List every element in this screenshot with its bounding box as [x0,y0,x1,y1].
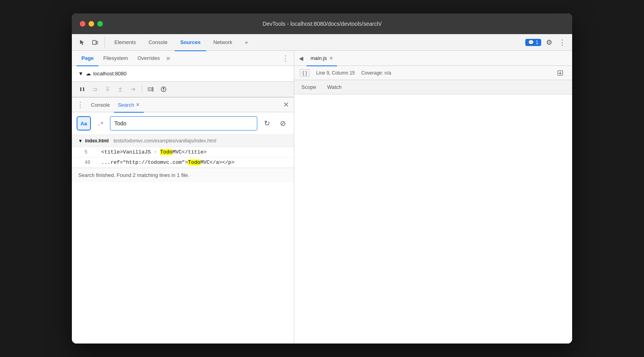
result-line-suffix-1: MVC</title> [172,149,206,155]
coverage-label: Coverage: n/a [361,70,391,76]
step-button[interactable] [127,84,139,95]
step-into-button[interactable] [102,84,113,95]
maximize-button[interactable] [97,21,103,27]
deactivate-breakpoints-button[interactable] [145,84,156,95]
tab-more[interactable]: » [239,35,253,51]
traffic-lights [80,21,103,27]
devtools-panel: Elements Console Sources Network » 💬 [72,34,572,344]
settings-icon[interactable]: ⚙ [544,36,554,48]
cloud-icon: ☁ [86,71,91,77]
pause-button[interactable] [77,84,88,95]
close-button[interactable] [80,21,85,27]
file-tree: ▼ ☁ localhost:8080 [72,66,294,81]
host-label: localhost:8080 [93,71,127,77]
svg-rect-3 [83,87,84,91]
refresh-search-button[interactable]: ↻ [260,117,273,130]
sub-tabs-more-icon[interactable]: » [166,54,170,62]
minimize-button[interactable] [89,21,94,27]
tab-page[interactable]: Page [77,51,98,66]
left-panel: Page Filesystem Overrides » ⋮ ▼ ☁ [72,51,294,344]
right-panel: ◀ main.js ✕ { } Line 9, Column 15 Covera… [294,51,572,344]
debug-toolbar [72,81,294,97]
tab-overrides[interactable]: Overrides [133,51,164,66]
device-toggle-icon[interactable] [89,37,100,48]
step-over-button[interactable] [89,84,100,95]
pretty-print-button[interactable]: { } [300,69,310,77]
download-button[interactable] [554,67,567,79]
pretty-print-icon: { } [303,70,307,76]
scope-watch-bar: Scope Watch [294,80,572,94]
file-tree-host-item[interactable]: ▼ ☁ localhost:8080 [72,69,294,78]
right-file-tab[interactable]: main.js ✕ [307,51,337,66]
result-line-suffix-2: MVC</a></p> [201,159,235,165]
notification-count: 1 [536,40,538,45]
step-out-button[interactable] [115,84,126,95]
bottom-tab-bar: ⋮ Console Search ✕ ✕ [72,97,294,112]
tree-arrow-icon: ▼ [78,71,83,77]
search-results: ▼ index.html tests/todomvc.com/examples/… [72,135,294,344]
result-file-arrow: ▼ [78,138,83,143]
svg-rect-0 [93,40,96,44]
cursor-position: Line 9, Column 15 [316,70,355,76]
clear-search-button[interactable]: ⊘ [276,117,289,130]
search-status: Search finished. Found 2 matching lines … [72,168,294,182]
close-panel-button[interactable]: ✕ [283,100,289,109]
more-options-icon[interactable]: ⋮ [557,36,567,48]
search-row: Aa .* ↻ ⊘ [77,116,289,131]
tab-search[interactable]: Search ✕ [114,98,144,113]
search-panel: Aa .* ↻ ⊘ [72,112,294,135]
result-line-prefix-1: <title>VanillaJS · [101,149,160,155]
tab-sources[interactable]: Sources [175,35,206,51]
result-match-2: Todo [188,159,200,165]
svg-rect-1 [96,41,98,44]
tab-console-bottom[interactable]: Console [87,98,114,113]
right-code-panel [294,94,572,344]
top-tabs-right: 💬 1 ⚙ ⋮ [525,36,567,48]
bottom-tabs-dots-icon[interactable]: ⋮ [77,100,84,109]
main-content: Page Filesystem Overrides » ⋮ ▼ ☁ [72,51,572,344]
result-file-name: index.html [85,138,109,144]
top-tabs-left: Elements Console Sources Network » [77,34,253,51]
window-title: DevTools - localhost:8080/docs/devtools/… [262,21,382,27]
result-line-number-2: 40 [85,160,96,165]
result-line-number-1: 5 [85,150,96,155]
scope-tab[interactable]: Scope [300,81,318,95]
tab-network[interactable]: Network [208,35,238,51]
debug-divider [142,85,142,93]
result-file-path: tests/todomvc.com/examples/vanillajs/ind… [114,138,216,144]
regex-button[interactable]: .* [94,117,107,130]
result-line-code-2: ...ref="http://todomvc.com">TodoMVC</a><… [101,159,234,165]
watch-tab[interactable]: Watch [326,81,343,95]
close-search-tab-button[interactable]: ✕ [136,102,140,107]
notification-badge[interactable]: 💬 1 [525,39,541,46]
result-file-header[interactable]: ▼ index.html tests/todomvc.com/examples/… [72,135,294,147]
tab-console[interactable]: Console [143,35,173,51]
sub-tabs-menu-icon[interactable]: ⋮ [282,54,289,63]
result-line-1[interactable]: 5 <title>VanillaJS · TodoMVC</title> [72,147,294,157]
result-line-2[interactable]: 40 ...ref="http://todomvc.com">TodoMVC</… [72,157,294,168]
search-input[interactable] [110,116,257,131]
svg-rect-2 [80,87,81,91]
right-info-bar: { } Line 9, Column 15 Coverage: n/a [294,66,572,80]
sub-tab-bar: Page Filesystem Overrides » ⋮ [72,51,294,66]
devtools-window: DevTools - localhost:8080/docs/devtools/… [72,13,572,344]
tab-filesystem[interactable]: Filesystem [98,51,133,66]
sidebar-toggle-icon[interactable]: ◀ [299,55,303,61]
close-file-tab-button[interactable]: ✕ [329,56,333,61]
result-line-prefix-2: ...ref="http://todomvc.com"> [101,159,188,165]
right-file-tab-label: main.js [310,55,327,61]
search-status-text: Search finished. Found 2 matching lines … [78,172,189,178]
pause-on-exceptions-button[interactable] [158,84,169,95]
result-match-1: Todo [160,149,172,155]
svg-point-8 [163,90,164,91]
tab-elements[interactable]: Elements [109,35,141,51]
chat-icon: 💬 [528,40,534,45]
svg-rect-7 [163,88,164,90]
cursor-icon[interactable] [77,37,88,48]
title-bar: DevTools - localhost:8080/docs/devtools/… [72,13,572,34]
match-case-button[interactable]: Aa [77,116,91,131]
top-tab-bar: Elements Console Sources Network » 💬 [72,34,572,51]
result-line-code-1: <title>VanillaJS · TodoMVC</title> [101,149,206,155]
tab-divider [104,37,105,48]
right-tab-bar: ◀ main.js ✕ [294,51,572,66]
